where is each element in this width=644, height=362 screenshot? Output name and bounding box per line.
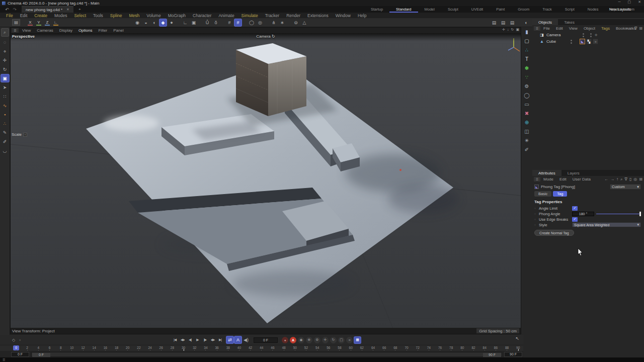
range-start-grip[interactable]: 0 F xyxy=(32,353,50,357)
preview-range-toggle[interactable]: ▦ xyxy=(354,337,361,343)
spot-icon[interactable]: ◎ xyxy=(257,19,264,26)
goto-end-button[interactable]: ▶| xyxy=(217,337,223,343)
new-document-button[interactable]: + xyxy=(73,7,86,12)
viewport-menu-item[interactable]: Cameras xyxy=(34,28,56,33)
menu-item[interactable]: MoGraph xyxy=(165,13,189,18)
visibility-dots[interactable] xyxy=(583,33,584,37)
layout-tab[interactable]: Paint xyxy=(490,6,511,13)
panel-tab[interactable]: Attributes xyxy=(532,170,561,176)
split-icon[interactable]: ⋔ xyxy=(270,19,277,26)
layout-tab[interactable]: UVEdit xyxy=(465,6,490,13)
camera-target-icon[interactable]: ✛ xyxy=(595,33,598,37)
timeline-expand-icon[interactable]: ↖ xyxy=(515,336,519,341)
move-keys-icon[interactable]: ✛ xyxy=(322,337,329,343)
rotation-keys-toggle[interactable]: ⊚ xyxy=(314,337,320,343)
maximize-button[interactable]: ▢ xyxy=(628,0,631,4)
menu-item[interactable]: Help xyxy=(354,13,370,18)
coord-system-button[interactable]: ∟ xyxy=(52,19,59,26)
keyframe-dot-icon[interactable]: ○ xyxy=(534,207,537,210)
attr-menu-item[interactable]: Mode xyxy=(540,177,556,182)
undo-icon[interactable]: ↶ xyxy=(5,7,9,12)
viewport-menu-item[interactable]: Panel xyxy=(110,28,126,33)
layout-tab[interactable]: Nodes xyxy=(581,6,605,13)
panel-tab[interactable]: Objects xyxy=(532,19,558,25)
filter-icon[interactable]: ∇ xyxy=(634,26,637,31)
attr-hamburger-icon[interactable]: ☰ xyxy=(534,177,540,182)
object-row-cube[interactable]: ▲ Cube ◣ ▚ ● xyxy=(532,38,644,45)
align-icon[interactable]: ∗ xyxy=(279,19,286,26)
use-edge-breaks-checkbox[interactable]: ✓ xyxy=(572,217,578,222)
rock-icon[interactable]: ● xyxy=(168,19,175,26)
pan-view-icon[interactable]: ✛ xyxy=(502,28,505,32)
current-frame-field[interactable]: 0 F xyxy=(254,337,278,343)
layout-tab[interactable]: Track xyxy=(536,6,558,13)
layout-tab[interactable]: Groom xyxy=(511,6,536,13)
circle-icon[interactable]: ◯ xyxy=(523,92,531,99)
search-icon[interactable]: ⌕ xyxy=(626,26,628,31)
document-tab[interactable]: new phong tag.c4d * ✕ xyxy=(22,6,73,13)
popout-icon[interactable]: ⊞ xyxy=(639,177,642,182)
plane-icon[interactable]: ▣ xyxy=(190,19,197,26)
toggle-view-icon[interactable]: ▣ xyxy=(516,28,519,32)
close-button[interactable]: ✕ xyxy=(638,0,641,4)
dolly-view-icon[interactable]: ↓ xyxy=(507,28,509,32)
selection-filter-icon[interactable]: ➤ xyxy=(1,83,9,91)
cube-primitive-icon[interactable]: ◆ xyxy=(159,19,167,26)
object-row-camera[interactable]: ◨ Camera ✛ xyxy=(532,32,644,38)
rotate-view-icon[interactable]: ↻ xyxy=(511,28,514,32)
knife-tool-icon[interactable]: ✎ xyxy=(1,129,9,136)
close-tab-icon[interactable]: ✕ xyxy=(66,8,69,12)
menu-item[interactable]: File xyxy=(3,13,17,18)
phong-angle-slider[interactable] xyxy=(596,212,641,216)
autokey-button[interactable]: A xyxy=(290,337,296,343)
scale-tool-icon[interactable]: ▣ xyxy=(1,74,9,82)
green-flower-icon[interactable]: ✽ xyxy=(523,64,531,71)
menu-item[interactable]: Edit xyxy=(17,13,31,18)
ring-icon[interactable]: ◯ xyxy=(248,19,255,26)
om-menu-item[interactable]: View xyxy=(566,26,581,31)
teal-spheres-icon[interactable]: ∴ xyxy=(523,46,531,53)
play-button[interactable]: ▶ xyxy=(194,337,201,343)
keyframe-mode-toggle[interactable]: A xyxy=(234,336,242,343)
prev-frame-button[interactable]: ◀| xyxy=(187,337,193,343)
rotate-keys-icon[interactable]: ↻ xyxy=(330,337,337,343)
x-axis-lock-button[interactable]: X xyxy=(27,19,34,26)
object-label[interactable]: Camera xyxy=(546,33,560,37)
home-icon[interactable]: ⌂ xyxy=(630,26,632,31)
marker-diamond-icon[interactable]: ◇ xyxy=(12,338,15,342)
grid-icon[interactable]: # xyxy=(226,19,233,26)
sound-toggle[interactable]: ◀) xyxy=(243,336,250,343)
wrench-icon[interactable]: ✐ xyxy=(523,146,531,153)
range-end-field[interactable]: 90 F xyxy=(504,352,522,357)
slider-handle[interactable] xyxy=(639,212,641,216)
loop-toggle[interactable]: ⇄ xyxy=(226,336,233,343)
gear-icon[interactable]: ⚙ xyxy=(523,82,531,89)
status-menu-icon[interactable]: ☰ xyxy=(3,358,5,361)
om-hamburger-icon[interactable]: ☰ xyxy=(534,26,540,31)
u-coordinate-icon[interactable]: Ů xyxy=(204,19,211,26)
spline-dots-icon[interactable]: ∴ xyxy=(1,120,9,127)
menu-item[interactable]: Volume xyxy=(143,13,164,18)
move-tool-icon[interactable]: ✛ xyxy=(1,56,9,64)
layout-tab[interactable]: Model xyxy=(418,6,441,13)
interactive-render-button[interactable]: ◐ xyxy=(523,19,530,26)
panel-tab[interactable]: Takes xyxy=(558,19,581,25)
menu-item[interactable]: Window xyxy=(332,13,354,18)
history-box-icon[interactable]: ▤ xyxy=(12,19,20,26)
popout-icon[interactable]: ⊞ xyxy=(639,26,642,31)
layout-tab[interactable]: Standard xyxy=(389,6,418,13)
keyframe-dot-icon[interactable]: ○ xyxy=(534,212,537,215)
menu-item[interactable]: Spline xyxy=(107,13,126,18)
next-frame-button[interactable]: |▶ xyxy=(202,337,208,343)
viewport-canvas[interactable]: Perspective Camera ↻ Scale▫ xyxy=(11,33,521,328)
layout-tab[interactable]: Startup xyxy=(364,6,389,13)
menu-item[interactable]: Extensions xyxy=(304,13,332,18)
uv-tag-icon[interactable]: ▚ xyxy=(586,39,592,44)
subdiv-sphere-icon[interactable]: ⊖ xyxy=(292,19,299,26)
new-layouts-label[interactable]: New Layouts xyxy=(609,6,631,13)
render-settings-button[interactable]: ▤ xyxy=(509,19,516,26)
preset-dropdown[interactable]: Custom ▾ xyxy=(610,184,641,190)
menu-item[interactable]: Tools xyxy=(90,13,107,18)
redo-icon[interactable]: ↷ xyxy=(13,7,17,12)
section-tab[interactable]: Tag xyxy=(553,191,567,197)
